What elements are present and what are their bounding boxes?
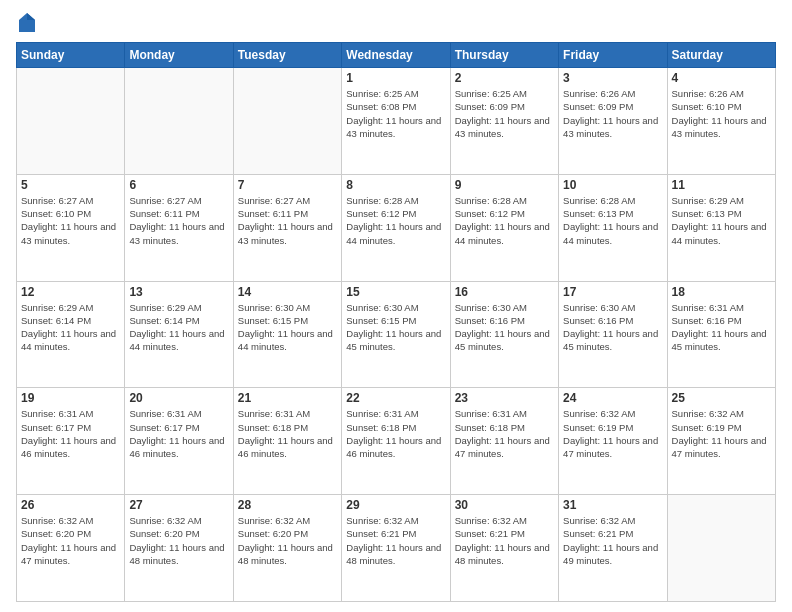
day-number: 10: [563, 178, 662, 192]
table-row: 4Sunrise: 6:26 AMSunset: 6:10 PMDaylight…: [667, 68, 775, 175]
day-info: Sunrise: 6:25 AMSunset: 6:08 PMDaylight:…: [346, 87, 445, 140]
header-thursday: Thursday: [450, 43, 558, 68]
day-number: 3: [563, 71, 662, 85]
calendar-table: Sunday Monday Tuesday Wednesday Thursday…: [16, 42, 776, 602]
table-row: 8Sunrise: 6:28 AMSunset: 6:12 PMDaylight…: [342, 174, 450, 281]
table-row: 31Sunrise: 6:32 AMSunset: 6:21 PMDayligh…: [559, 495, 667, 602]
day-info: Sunrise: 6:32 AMSunset: 6:21 PMDaylight:…: [455, 514, 554, 567]
day-number: 16: [455, 285, 554, 299]
table-row: 17Sunrise: 6:30 AMSunset: 6:16 PMDayligh…: [559, 281, 667, 388]
table-row: 6Sunrise: 6:27 AMSunset: 6:11 PMDaylight…: [125, 174, 233, 281]
day-info: Sunrise: 6:28 AMSunset: 6:12 PMDaylight:…: [455, 194, 554, 247]
table-row: 30Sunrise: 6:32 AMSunset: 6:21 PMDayligh…: [450, 495, 558, 602]
day-number: 21: [238, 391, 337, 405]
table-row: 12Sunrise: 6:29 AMSunset: 6:14 PMDayligh…: [17, 281, 125, 388]
page: Sunday Monday Tuesday Wednesday Thursday…: [0, 0, 792, 612]
table-row: [667, 495, 775, 602]
day-info: Sunrise: 6:27 AMSunset: 6:10 PMDaylight:…: [21, 194, 120, 247]
table-row: 20Sunrise: 6:31 AMSunset: 6:17 PMDayligh…: [125, 388, 233, 495]
day-number: 19: [21, 391, 120, 405]
day-info: Sunrise: 6:28 AMSunset: 6:12 PMDaylight:…: [346, 194, 445, 247]
table-row: 11Sunrise: 6:29 AMSunset: 6:13 PMDayligh…: [667, 174, 775, 281]
day-info: Sunrise: 6:29 AMSunset: 6:14 PMDaylight:…: [21, 301, 120, 354]
day-number: 18: [672, 285, 771, 299]
day-number: 9: [455, 178, 554, 192]
table-row: [17, 68, 125, 175]
day-number: 6: [129, 178, 228, 192]
logo-icon: [18, 12, 36, 34]
day-info: Sunrise: 6:27 AMSunset: 6:11 PMDaylight:…: [238, 194, 337, 247]
table-row: 27Sunrise: 6:32 AMSunset: 6:20 PMDayligh…: [125, 495, 233, 602]
day-info: Sunrise: 6:31 AMSunset: 6:16 PMDaylight:…: [672, 301, 771, 354]
table-row: 26Sunrise: 6:32 AMSunset: 6:20 PMDayligh…: [17, 495, 125, 602]
day-info: Sunrise: 6:30 AMSunset: 6:16 PMDaylight:…: [455, 301, 554, 354]
day-info: Sunrise: 6:32 AMSunset: 6:20 PMDaylight:…: [129, 514, 228, 567]
day-info: Sunrise: 6:32 AMSunset: 6:20 PMDaylight:…: [238, 514, 337, 567]
header-sunday: Sunday: [17, 43, 125, 68]
table-row: 9Sunrise: 6:28 AMSunset: 6:12 PMDaylight…: [450, 174, 558, 281]
day-number: 29: [346, 498, 445, 512]
header-saturday: Saturday: [667, 43, 775, 68]
day-number: 1: [346, 71, 445, 85]
header-friday: Friday: [559, 43, 667, 68]
table-row: 13Sunrise: 6:29 AMSunset: 6:14 PMDayligh…: [125, 281, 233, 388]
table-row: 7Sunrise: 6:27 AMSunset: 6:11 PMDaylight…: [233, 174, 341, 281]
calendar-week-row: 19Sunrise: 6:31 AMSunset: 6:17 PMDayligh…: [17, 388, 776, 495]
header: [16, 12, 776, 34]
table-row: 23Sunrise: 6:31 AMSunset: 6:18 PMDayligh…: [450, 388, 558, 495]
table-row: 1Sunrise: 6:25 AMSunset: 6:08 PMDaylight…: [342, 68, 450, 175]
svg-marker-1: [27, 13, 35, 20]
header-tuesday: Tuesday: [233, 43, 341, 68]
day-info: Sunrise: 6:31 AMSunset: 6:18 PMDaylight:…: [346, 407, 445, 460]
day-number: 5: [21, 178, 120, 192]
day-number: 28: [238, 498, 337, 512]
calendar-week-row: 12Sunrise: 6:29 AMSunset: 6:14 PMDayligh…: [17, 281, 776, 388]
table-row: 29Sunrise: 6:32 AMSunset: 6:21 PMDayligh…: [342, 495, 450, 602]
header-wednesday: Wednesday: [342, 43, 450, 68]
day-info: Sunrise: 6:27 AMSunset: 6:11 PMDaylight:…: [129, 194, 228, 247]
day-info: Sunrise: 6:26 AMSunset: 6:10 PMDaylight:…: [672, 87, 771, 140]
table-row: 15Sunrise: 6:30 AMSunset: 6:15 PMDayligh…: [342, 281, 450, 388]
logo: [16, 12, 36, 34]
day-info: Sunrise: 6:31 AMSunset: 6:18 PMDaylight:…: [455, 407, 554, 460]
day-number: 11: [672, 178, 771, 192]
table-row: 24Sunrise: 6:32 AMSunset: 6:19 PMDayligh…: [559, 388, 667, 495]
day-info: Sunrise: 6:28 AMSunset: 6:13 PMDaylight:…: [563, 194, 662, 247]
day-info: Sunrise: 6:30 AMSunset: 6:15 PMDaylight:…: [238, 301, 337, 354]
calendar-week-row: 5Sunrise: 6:27 AMSunset: 6:10 PMDaylight…: [17, 174, 776, 281]
table-row: 2Sunrise: 6:25 AMSunset: 6:09 PMDaylight…: [450, 68, 558, 175]
day-info: Sunrise: 6:31 AMSunset: 6:18 PMDaylight:…: [238, 407, 337, 460]
day-number: 8: [346, 178, 445, 192]
day-number: 31: [563, 498, 662, 512]
day-info: Sunrise: 6:32 AMSunset: 6:21 PMDaylight:…: [563, 514, 662, 567]
header-monday: Monday: [125, 43, 233, 68]
day-info: Sunrise: 6:32 AMSunset: 6:21 PMDaylight:…: [346, 514, 445, 567]
day-number: 26: [21, 498, 120, 512]
day-number: 17: [563, 285, 662, 299]
day-info: Sunrise: 6:30 AMSunset: 6:16 PMDaylight:…: [563, 301, 662, 354]
table-row: 16Sunrise: 6:30 AMSunset: 6:16 PMDayligh…: [450, 281, 558, 388]
day-number: 25: [672, 391, 771, 405]
table-row: 5Sunrise: 6:27 AMSunset: 6:10 PMDaylight…: [17, 174, 125, 281]
day-info: Sunrise: 6:26 AMSunset: 6:09 PMDaylight:…: [563, 87, 662, 140]
table-row: [125, 68, 233, 175]
day-number: 22: [346, 391, 445, 405]
table-row: 19Sunrise: 6:31 AMSunset: 6:17 PMDayligh…: [17, 388, 125, 495]
day-info: Sunrise: 6:29 AMSunset: 6:13 PMDaylight:…: [672, 194, 771, 247]
day-number: 7: [238, 178, 337, 192]
day-number: 2: [455, 71, 554, 85]
day-number: 23: [455, 391, 554, 405]
day-number: 12: [21, 285, 120, 299]
day-number: 4: [672, 71, 771, 85]
day-info: Sunrise: 6:30 AMSunset: 6:15 PMDaylight:…: [346, 301, 445, 354]
day-info: Sunrise: 6:32 AMSunset: 6:19 PMDaylight:…: [672, 407, 771, 460]
day-number: 20: [129, 391, 228, 405]
calendar-week-row: 1Sunrise: 6:25 AMSunset: 6:08 PMDaylight…: [17, 68, 776, 175]
day-number: 24: [563, 391, 662, 405]
table-row: 28Sunrise: 6:32 AMSunset: 6:20 PMDayligh…: [233, 495, 341, 602]
day-number: 15: [346, 285, 445, 299]
day-info: Sunrise: 6:31 AMSunset: 6:17 PMDaylight:…: [21, 407, 120, 460]
table-row: 10Sunrise: 6:28 AMSunset: 6:13 PMDayligh…: [559, 174, 667, 281]
table-row: 18Sunrise: 6:31 AMSunset: 6:16 PMDayligh…: [667, 281, 775, 388]
calendar-week-row: 26Sunrise: 6:32 AMSunset: 6:20 PMDayligh…: [17, 495, 776, 602]
